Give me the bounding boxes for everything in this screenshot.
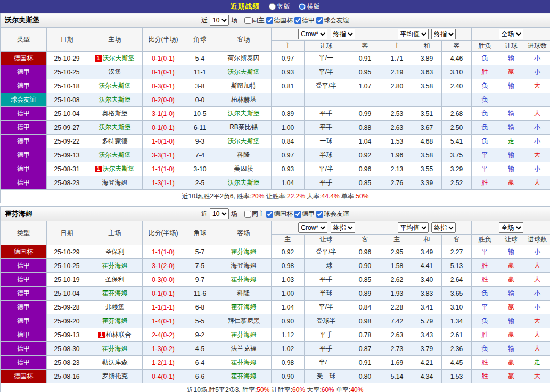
bundesliga-filter[interactable]: 德甲 bbox=[294, 16, 315, 25]
avg-away-odds: 1.34 bbox=[442, 314, 472, 328]
handicap-result: 赢 bbox=[498, 301, 524, 314]
match-row: 德甲 25-10-25 汉堡 0-1(0-1) 11-1 沃尔夫斯堡 0.93 … bbox=[1, 65, 550, 79]
goals-result: 小 bbox=[524, 162, 550, 176]
avg-stage-select[interactable]: 终指 bbox=[431, 29, 456, 39]
same-home-checkbox[interactable] bbox=[244, 17, 251, 24]
horizontal-layout-option[interactable]: 横版 bbox=[299, 2, 320, 11]
avg-away-odds: 4.45 bbox=[442, 356, 472, 370]
wdl-result: 负 bbox=[472, 107, 498, 121]
odds-company-select[interactable]: Crow* bbox=[298, 29, 327, 39]
odds-company-select[interactable]: Crow* bbox=[298, 222, 327, 233]
scope-select[interactable]: 全场 bbox=[499, 222, 523, 233]
same-home-filter[interactable]: 同主 bbox=[244, 210, 265, 219]
home-odds: 1.00 bbox=[272, 287, 305, 301]
avg-away-odds: 2.27 bbox=[442, 245, 472, 259]
match-date: 25-10-25 bbox=[47, 65, 87, 79]
handicap-result: 赢 bbox=[498, 370, 524, 383]
avg-home-odds: 2.95 bbox=[382, 245, 412, 259]
sub-avg-away: 客 bbox=[442, 235, 472, 245]
wdl-result: 平 bbox=[472, 301, 498, 314]
away-team: 霍芬海姆 bbox=[216, 370, 272, 383]
odds-group-header: Crow* 终指 bbox=[272, 221, 382, 235]
scope-select[interactable]: 全场 bbox=[499, 29, 523, 39]
home-odds: 1.04 bbox=[272, 301, 305, 314]
score: 1-1(1-1) bbox=[143, 301, 184, 314]
sub-home-odds: 主 bbox=[272, 41, 305, 52]
handicap-result: 输 bbox=[498, 287, 524, 301]
sub-wdl: 胜负 bbox=[472, 235, 498, 245]
german-cup-checkbox[interactable] bbox=[266, 17, 273, 24]
avg-home-odds: 1.69 bbox=[382, 356, 412, 370]
red-card-badge: 1 bbox=[95, 55, 102, 62]
matches-label: 场 bbox=[231, 210, 237, 219]
handicap-result: 输 bbox=[498, 107, 524, 121]
home-team: 霍芬海姆 bbox=[87, 287, 143, 301]
same-home-checkbox[interactable] bbox=[244, 211, 251, 218]
wdl-result: 胜 bbox=[472, 259, 498, 273]
german-cup-checkbox[interactable] bbox=[266, 211, 273, 218]
german-cup-filter[interactable]: 德国杯 bbox=[266, 210, 293, 219]
avg-away-odds: 4.46 bbox=[442, 52, 472, 65]
goals-result: 大 bbox=[524, 107, 550, 121]
page-title: 近期战绩 bbox=[231, 2, 260, 11]
match-count-select[interactable]: 10 bbox=[210, 208, 229, 219]
avg-away-odds: 2.68 bbox=[442, 107, 472, 121]
avg-select[interactable]: 平均值 bbox=[398, 29, 429, 39]
bundesliga-checkbox[interactable] bbox=[294, 17, 301, 24]
sub-avg-draw: 和 bbox=[412, 41, 442, 52]
col-score: 比分(半场) bbox=[143, 28, 184, 52]
same-home-filter[interactable]: 同主 bbox=[244, 16, 265, 25]
avg-home-odds: 2.63 bbox=[382, 121, 412, 135]
sub-handicap: 让球 bbox=[305, 41, 348, 52]
sub-goals: 进球数 bbox=[524, 41, 550, 52]
friendly-checkbox[interactable] bbox=[316, 211, 323, 218]
sub-goals: 进球数 bbox=[524, 235, 550, 245]
avg-stage-select[interactable]: 终指 bbox=[431, 222, 456, 233]
odds-stage-select[interactable]: 终指 bbox=[331, 29, 355, 39]
goals-result: 大 bbox=[524, 176, 550, 190]
col-type: 类型 bbox=[1, 28, 47, 52]
vertical-layout-radio[interactable] bbox=[269, 3, 276, 10]
handicap-line: 受平/半 bbox=[305, 79, 348, 93]
avg-home-odds: 2.73 bbox=[382, 342, 412, 356]
handicap-line: 一球 bbox=[305, 259, 348, 273]
match-row: 德甲 25-08-23 勒沃库森 1-2(1-1) 6-4 霍芬海姆 0.98 … bbox=[1, 356, 550, 370]
match-date: 25-08-23 bbox=[47, 176, 87, 190]
odds-stage-select[interactable]: 终指 bbox=[331, 222, 355, 233]
friendly-filter[interactable]: 球会友谊 bbox=[316, 16, 349, 25]
home-odds: 0.97 bbox=[272, 52, 305, 65]
bundesliga-filter[interactable]: 德甲 bbox=[294, 210, 315, 219]
avg-draw-odds: 3.63 bbox=[412, 65, 442, 79]
avg-away-odds: 2.40 bbox=[442, 79, 472, 93]
german-cup-filter[interactable]: 德国杯 bbox=[266, 16, 293, 25]
summary-line: 近10场,胜2平2负6, 胜率:20% 让胜率:22.2% 大率:44.4% 单… bbox=[1, 190, 550, 203]
score: 1-4(0-1) bbox=[143, 314, 184, 328]
home-odds: 1.12 bbox=[272, 328, 305, 342]
match-row: 德甲 25-08-30 霍芬海姆 1-3(0-2) 4-5 法兰克福 1.02 … bbox=[1, 342, 550, 356]
goals-result bbox=[524, 93, 550, 107]
score: 0-3(0-1) bbox=[143, 79, 184, 93]
wdl-result: 负 bbox=[472, 79, 498, 93]
home-team: 1柏林联合 bbox=[87, 328, 143, 342]
vertical-layout-option[interactable]: 竖版 bbox=[269, 2, 290, 11]
wdl-result: 负 bbox=[472, 342, 498, 356]
horizontal-layout-radio[interactable] bbox=[299, 3, 306, 10]
col-home: 主场 bbox=[87, 221, 143, 245]
friendly-filter[interactable]: 球会友谊 bbox=[316, 210, 349, 219]
corner-score: 9-7 bbox=[184, 273, 216, 287]
corner-score: 6-8 bbox=[184, 301, 216, 314]
match-count-select[interactable]: 10 bbox=[210, 15, 229, 26]
avg-select[interactable]: 平均值 bbox=[398, 222, 429, 233]
goals-result: 小 bbox=[524, 121, 550, 135]
home-odds: 0.97 bbox=[272, 148, 305, 162]
away-odds: 0.91 bbox=[348, 356, 382, 370]
away-team: 沃尔夫斯堡 bbox=[216, 176, 272, 190]
wdl-result: 负 bbox=[472, 121, 498, 135]
home-team: 圣保利 bbox=[87, 245, 143, 259]
handicap-result: 赢 bbox=[498, 328, 524, 342]
goals-result: 小 bbox=[524, 65, 550, 79]
home-team: 弗赖堡 bbox=[87, 301, 143, 314]
bundesliga-checkbox[interactable] bbox=[294, 211, 301, 218]
red-card-badge: 1 bbox=[95, 166, 102, 172]
friendly-checkbox[interactable] bbox=[316, 17, 323, 24]
